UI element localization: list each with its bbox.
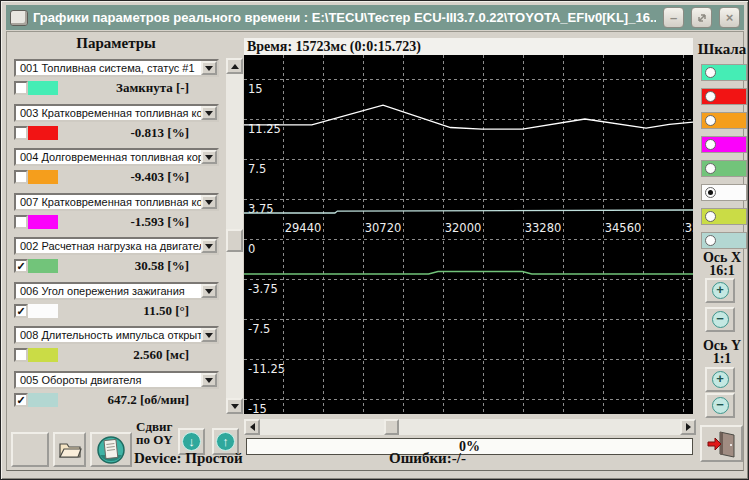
zoom-x-in-button[interactable]: + bbox=[705, 278, 735, 303]
param-checkbox[interactable]: ✓ bbox=[14, 393, 28, 407]
dropdown-arrow-icon[interactable] bbox=[201, 106, 217, 120]
svg-text:11.25: 11.25 bbox=[248, 122, 281, 136]
param-select[interactable]: 008 Длительность импульса открыт bbox=[14, 326, 219, 344]
zoom-y-out-button[interactable]: − bbox=[705, 393, 735, 418]
param-select[interactable]: 003 Кратковременная топливная кор bbox=[14, 104, 219, 122]
svg-text:-15: -15 bbox=[248, 402, 267, 414]
folder-icon bbox=[58, 441, 82, 459]
parameter-row: 007 Кратковременная топливная кор -1.593… bbox=[9, 193, 223, 233]
plus-icon: + bbox=[712, 371, 729, 388]
param-color-swatch bbox=[28, 348, 58, 362]
dropdown-arrow-icon[interactable] bbox=[201, 150, 217, 164]
maximize-button[interactable] bbox=[691, 7, 712, 28]
dropdown-arrow-icon[interactable] bbox=[201, 284, 217, 298]
svg-text:33280: 33280 bbox=[525, 221, 562, 235]
window: Графики параметров реального времени : E… bbox=[0, 0, 749, 480]
svg-text:34560: 34560 bbox=[605, 221, 642, 235]
svg-text:-3.75: -3.75 bbox=[248, 282, 278, 296]
param-select-value: 004 Долговременная топливная кор bbox=[16, 150, 217, 163]
zoom-y-in-button[interactable]: + bbox=[705, 367, 735, 392]
window-title: Графики параметров реального времени : E… bbox=[33, 10, 656, 25]
scale-radio-option[interactable] bbox=[701, 88, 747, 105]
horizontal-scrollbar[interactable] bbox=[244, 419, 696, 435]
param-value: -9.403 [%] bbox=[131, 169, 190, 185]
minimize-button[interactable]: – bbox=[663, 7, 684, 28]
scroll-up-button[interactable] bbox=[226, 58, 243, 74]
param-select[interactable]: 006 Угол опережения зажигания bbox=[14, 282, 219, 300]
radio-icon bbox=[705, 139, 716, 150]
minimize-icon: – bbox=[670, 10, 677, 25]
scale-radio-option[interactable] bbox=[701, 208, 747, 225]
param-value: 647.2 [об/мин] bbox=[107, 392, 189, 408]
dropdown-arrow-icon[interactable] bbox=[201, 373, 217, 387]
scale-radio-option[interactable] bbox=[701, 184, 747, 201]
scroll-right-button[interactable] bbox=[680, 419, 696, 435]
param-select[interactable]: 001 Топливная система, статус #1 bbox=[14, 59, 219, 77]
param-select[interactable]: 004 Долговременная топливная кор bbox=[14, 148, 219, 166]
param-color-swatch bbox=[28, 304, 58, 318]
param-value: -1.593 [%] bbox=[131, 214, 190, 230]
scale-radio-option[interactable] bbox=[701, 232, 747, 249]
param-select-value: 002 Расчетная нагрузка на двигател bbox=[16, 239, 217, 252]
param-select-value: 007 Кратковременная топливная кор bbox=[16, 195, 217, 208]
radio-icon bbox=[705, 235, 716, 246]
scale-title: Шкала bbox=[696, 41, 748, 58]
param-checkbox[interactable] bbox=[14, 126, 28, 140]
scale-radio-option[interactable] bbox=[701, 112, 747, 129]
axis-x-label: Ось X 16:1 bbox=[694, 251, 749, 277]
param-color-swatch bbox=[28, 259, 58, 273]
close-button[interactable]: × bbox=[719, 7, 740, 28]
dropdown-arrow-icon[interactable] bbox=[201, 195, 217, 209]
scroll-left-button[interactable] bbox=[244, 419, 260, 435]
param-checkbox[interactable]: ✓ bbox=[14, 259, 28, 273]
param-select[interactable]: 007 Кратковременная топливная кор bbox=[14, 193, 219, 211]
axis-x-ratio: 16:1 bbox=[694, 264, 749, 277]
maximize-icon bbox=[696, 12, 708, 24]
radio-icon bbox=[705, 67, 716, 78]
dropdown-arrow-icon[interactable] bbox=[201, 328, 217, 342]
param-checkbox[interactable] bbox=[14, 215, 28, 229]
scale-radio-option[interactable] bbox=[701, 136, 747, 153]
param-select[interactable]: 002 Расчетная нагрузка на двигател bbox=[14, 237, 219, 255]
param-checkbox[interactable]: ✓ bbox=[14, 304, 28, 318]
parameter-row: 002 Расчетная нагрузка на двигател ✓ 30.… bbox=[9, 237, 223, 277]
vertical-scrollbar-thumb[interactable] bbox=[226, 229, 243, 252]
chart-canvas: 1511.257.53.750-3.75-7.5-11.25-152944030… bbox=[244, 55, 693, 414]
param-checkbox[interactable] bbox=[14, 348, 28, 362]
dropdown-arrow-icon[interactable] bbox=[201, 61, 217, 75]
scale-radio-option[interactable] bbox=[701, 64, 747, 81]
param-checkbox[interactable] bbox=[14, 170, 28, 184]
title-bar: Графики параметров реального времени : E… bbox=[6, 5, 744, 30]
exit-button[interactable] bbox=[700, 425, 743, 462]
zoom-x-out-button[interactable]: − bbox=[705, 307, 735, 332]
exit-door-icon bbox=[707, 429, 737, 459]
time-readout: Время: 15723мс (0:0:15.723) bbox=[244, 38, 693, 55]
save-report-button[interactable] bbox=[90, 432, 132, 467]
param-select-value: 006 Угол опережения зажигания bbox=[16, 284, 217, 297]
parameter-row: 001 Топливная система, статус #1 Замкнут… bbox=[9, 59, 223, 99]
param-checkbox[interactable] bbox=[14, 81, 28, 95]
open-folder-button[interactable] bbox=[53, 432, 86, 467]
param-value: Замкнута [-] bbox=[116, 80, 189, 96]
svg-text:32000: 32000 bbox=[445, 221, 482, 235]
parameter-row: 005 Обороты двигателя ✓ 647.2 [об/мин] bbox=[9, 371, 223, 411]
param-select-value: 003 Кратковременная топливная кор bbox=[16, 106, 217, 119]
arrow-down-icon bbox=[231, 404, 239, 409]
svg-text:29440: 29440 bbox=[285, 221, 322, 235]
blank-button[interactable] bbox=[11, 432, 49, 467]
svg-text:0: 0 bbox=[248, 242, 255, 256]
horizontal-scrollbar-thumb[interactable] bbox=[384, 419, 399, 435]
vertical-scrollbar[interactable] bbox=[226, 58, 243, 414]
radio-icon bbox=[705, 163, 716, 174]
param-color-swatch bbox=[28, 170, 58, 184]
arrow-down-circle-icon: ↓ bbox=[182, 432, 201, 451]
axis-y-label: Ось Y 1:1 bbox=[694, 339, 749, 365]
dropdown-arrow-icon[interactable] bbox=[201, 239, 217, 253]
errors-status-value: -/- bbox=[452, 450, 466, 466]
scroll-down-button[interactable] bbox=[226, 398, 243, 414]
progress-bar: 0% bbox=[246, 438, 693, 455]
scale-radio-option[interactable] bbox=[701, 160, 747, 177]
param-color-swatch bbox=[28, 126, 58, 140]
param-select[interactable]: 005 Обороты двигателя bbox=[14, 371, 219, 389]
chart-plot: 1511.257.53.750-3.75-7.5-11.25-152944030… bbox=[244, 55, 693, 414]
